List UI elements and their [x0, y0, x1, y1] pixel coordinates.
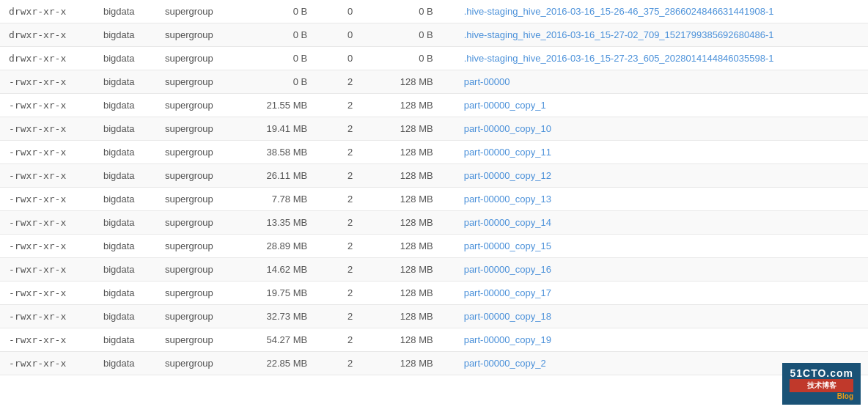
group-cell: supergroup [156, 235, 239, 258]
replication-cell: 2 [329, 235, 375, 258]
table-row: -rwxr-xr-xbigdatasupergroup54.27 MB2128 … [0, 328, 868, 352]
name-cell[interactable]: part-00000_copy_15 [455, 235, 868, 258]
file-table: drwxr-xr-xbigdatasupergroup0 B00 B.hive-… [0, 0, 868, 375]
size-cell: 0 B [239, 47, 329, 70]
size-cell: 28.89 MB [239, 235, 329, 258]
owner-cell: bigdata [95, 188, 156, 211]
owner-cell: bigdata [95, 352, 156, 375]
permissions-cell: -rwxr-xr-x [0, 305, 95, 328]
size-cell: 38.58 MB [239, 141, 329, 164]
group-cell: supergroup [156, 23, 239, 47]
permissions-cell: drwxr-xr-x [0, 0, 95, 23]
owner-cell: bigdata [95, 23, 156, 47]
block-size-cell: 128 MB [375, 94, 455, 117]
owner-cell: bigdata [95, 211, 156, 235]
table-row: drwxr-xr-xbigdatasupergroup0 B00 B.hive-… [0, 0, 868, 23]
permissions-cell: -rwxr-xr-x [0, 164, 95, 188]
block-size-cell: 128 MB [375, 164, 455, 188]
size-cell: 13.35 MB [239, 211, 329, 235]
size-cell: 22.85 MB [239, 352, 329, 375]
replication-cell: 2 [329, 70, 375, 94]
name-cell[interactable]: .hive-staging_hive_2016-03-16_15-27-23_6… [455, 47, 868, 70]
block-size-cell: 128 MB [375, 117, 455, 141]
name-cell[interactable]: part-00000 [455, 70, 868, 94]
owner-cell: bigdata [95, 235, 156, 258]
replication-cell: 0 [329, 47, 375, 70]
replication-cell: 2 [329, 94, 375, 117]
replication-cell: 2 [329, 328, 375, 352]
size-cell: 0 B [239, 23, 329, 47]
replication-cell: 2 [329, 164, 375, 188]
permissions-cell: -rwxr-xr-x [0, 188, 95, 211]
watermark-site: 51CTO.com [790, 367, 853, 375]
table-row: -rwxr-xr-xbigdatasupergroup26.11 MB2128 … [0, 164, 868, 188]
group-cell: supergroup [156, 188, 239, 211]
owner-cell: bigdata [95, 141, 156, 164]
block-size-cell: 128 MB [375, 258, 455, 282]
owner-cell: bigdata [95, 258, 156, 282]
group-cell: supergroup [156, 70, 239, 94]
block-size-cell: 0 B [375, 23, 455, 47]
table-row: -rwxr-xr-xbigdatasupergroup38.58 MB2128 … [0, 141, 868, 164]
block-size-cell: 128 MB [375, 282, 455, 305]
table-row: -rwxr-xr-xbigdatasupergroup32.73 MB2128 … [0, 305, 868, 328]
name-cell[interactable]: part-00000_copy_16 [455, 258, 868, 282]
replication-cell: 2 [329, 117, 375, 141]
group-cell: supergroup [156, 47, 239, 70]
owner-cell: bigdata [95, 117, 156, 141]
name-cell[interactable]: part-00000_copy_19 [455, 328, 868, 352]
permissions-cell: -rwxr-xr-x [0, 94, 95, 117]
size-cell: 14.62 MB [239, 258, 329, 282]
table-row: drwxr-xr-xbigdatasupergroup0 B00 B.hive-… [0, 47, 868, 70]
block-size-cell: 0 B [375, 0, 455, 23]
group-cell: supergroup [156, 141, 239, 164]
owner-cell: bigdata [95, 328, 156, 352]
name-cell[interactable]: part-00000_copy_11 [455, 141, 868, 164]
name-cell[interactable]: part-00000_copy_1 [455, 94, 868, 117]
table-row: -rwxr-xr-xbigdatasupergroup13.35 MB2128 … [0, 211, 868, 235]
name-cell[interactable]: .hive-staging_hive_2016-03-16_15-27-02_7… [455, 23, 868, 47]
name-cell[interactable]: part-00000_copy_12 [455, 164, 868, 188]
name-cell[interactable]: part-00000_copy_17 [455, 282, 868, 305]
group-cell: supergroup [156, 305, 239, 328]
group-cell: supergroup [156, 328, 239, 352]
owner-cell: bigdata [95, 305, 156, 328]
name-cell[interactable]: part-00000_copy_14 [455, 211, 868, 235]
replication-cell: 2 [329, 282, 375, 305]
name-cell[interactable]: part-00000_copy_13 [455, 188, 868, 211]
permissions-cell: -rwxr-xr-x [0, 258, 95, 282]
replication-cell: 2 [329, 258, 375, 282]
permissions-cell: -rwxr-xr-x [0, 352, 95, 375]
name-cell[interactable]: part-00000_copy_10 [455, 117, 868, 141]
table-row: -rwxr-xr-xbigdatasupergroup19.75 MB2128 … [0, 282, 868, 305]
group-cell: supergroup [156, 94, 239, 117]
replication-cell: 0 [329, 23, 375, 47]
permissions-cell: drwxr-xr-x [0, 47, 95, 70]
block-size-cell: 0 B [375, 47, 455, 70]
name-cell[interactable]: .hive-staging_hive_2016-03-16_15-26-46_3… [455, 0, 868, 23]
group-cell: supergroup [156, 352, 239, 375]
size-cell: 54.27 MB [239, 328, 329, 352]
permissions-cell: -rwxr-xr-x [0, 235, 95, 258]
size-cell: 21.55 MB [239, 94, 329, 117]
block-size-cell: 128 MB [375, 328, 455, 352]
permissions-cell: -rwxr-xr-x [0, 282, 95, 305]
replication-cell: 0 [329, 0, 375, 23]
block-size-cell: 128 MB [375, 70, 455, 94]
block-size-cell: 128 MB [375, 141, 455, 164]
group-cell: supergroup [156, 211, 239, 235]
block-size-cell: 128 MB [375, 211, 455, 235]
watermark: 51CTO.com 技术博客 Blog [782, 363, 861, 375]
owner-cell: bigdata [95, 282, 156, 305]
owner-cell: bigdata [95, 164, 156, 188]
group-cell: supergroup [156, 282, 239, 305]
name-cell[interactable]: part-00000_copy_18 [455, 305, 868, 328]
block-size-cell: 128 MB [375, 235, 455, 258]
group-cell: supergroup [156, 117, 239, 141]
size-cell: 26.11 MB [239, 164, 329, 188]
replication-cell: 2 [329, 188, 375, 211]
table-row: drwxr-xr-xbigdatasupergroup0 B00 B.hive-… [0, 23, 868, 47]
replication-cell: 2 [329, 141, 375, 164]
block-size-cell: 128 MB [375, 305, 455, 328]
owner-cell: bigdata [95, 70, 156, 94]
